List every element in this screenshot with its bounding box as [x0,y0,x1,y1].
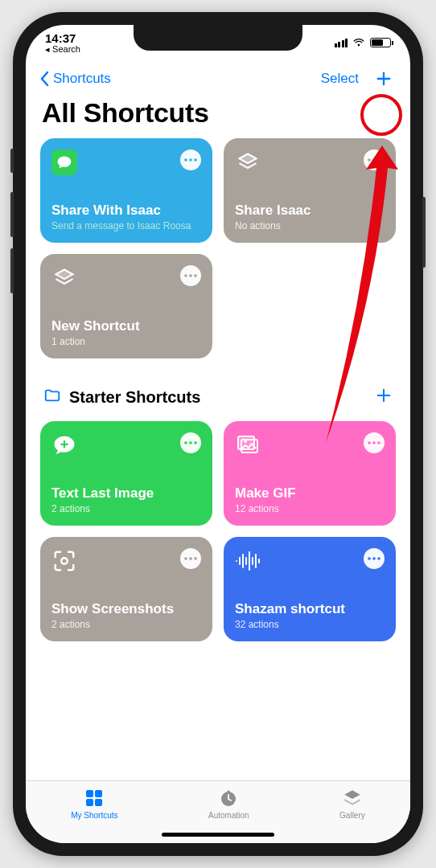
card-title: New Shortcut [51,318,201,334]
svg-point-18 [61,558,68,564]
folder-title-row[interactable]: Starter Shortcuts [43,387,200,408]
ellipsis-icon [368,557,380,560]
tab-label: Automation [208,811,249,820]
folder-header: Starter Shortcuts [40,378,396,421]
svg-point-11 [194,441,197,444]
card-menu-button[interactable] [180,265,201,286]
svg-point-19 [184,557,187,560]
tab-my-shortcuts[interactable]: My Shortcuts [71,788,117,820]
card-menu-button[interactable] [180,432,201,453]
svg-rect-27 [86,799,93,806]
tab-label: My Shortcuts [71,811,117,820]
card-subtitle: No actions [235,220,385,231]
wifi-icon [352,35,365,51]
svg-point-17 [377,441,380,444]
phone-frame: 14:37 ◂ Search Shortcuts Select [13,12,423,856]
svg-point-8 [194,274,197,277]
svg-rect-26 [95,790,102,797]
waveform-icon [235,548,261,574]
content-scroll[interactable]: Share With Isaac Send a message to Isaac… [26,138,410,780]
ellipsis-icon [368,441,380,444]
plus-icon [375,387,393,404]
card-subtitle: 32 actions [235,619,385,630]
add-button[interactable] [372,67,396,91]
shortcut-card[interactable]: Text Last Image 2 actions [40,421,212,526]
card-title: Make GIF [235,485,385,502]
tab-gallery[interactable]: Gallery [339,788,365,820]
ellipsis-icon [184,158,197,162]
card-menu-button[interactable] [364,432,385,453]
viewfinder-icon [51,548,77,574]
card-title: Text Last Image [51,485,201,502]
svg-point-9 [184,441,187,444]
cellular-icon [335,39,348,47]
card-title: Share Isaac [235,203,385,219]
svg-rect-13 [238,436,254,449]
tab-automation[interactable]: Automation [208,788,249,820]
card-subtitle: 2 actions [51,503,201,514]
card-title: Show Screenshots [51,601,201,617]
ellipsis-icon [184,274,197,277]
screen: 14:37 ◂ Search Shortcuts Select [26,25,410,843]
card-menu-button[interactable] [364,548,385,569]
svg-point-14 [244,440,247,443]
card-subtitle: 2 actions [51,619,201,630]
shortcut-card[interactable]: Share Isaac No actions [224,138,396,243]
svg-point-15 [368,441,371,444]
svg-point-1 [189,158,192,162]
svg-point-10 [189,441,192,444]
shortcut-card[interactable]: Shazam shortcut 32 actions [224,537,396,641]
svg-point-16 [372,441,376,444]
svg-point-24 [377,557,380,560]
svg-point-22 [368,557,371,560]
back-to-search[interactable]: ◂ Search [45,44,80,55]
card-title: Shazam shortcut [235,601,385,617]
back-button[interactable]: Shortcuts [40,71,111,87]
battery-icon [370,38,391,47]
gallery-icon [342,788,363,809]
svg-point-0 [184,158,187,162]
svg-point-4 [372,158,376,162]
select-button[interactable]: Select [321,71,359,87]
shortcut-card[interactable]: Show Screenshots 2 actions [40,537,212,641]
shortcuts-icon [51,265,77,291]
message-plus-icon [51,432,77,458]
page-title: All Shortcuts [26,94,410,138]
shortcut-card[interactable]: Share With Isaac Send a message to Isaac… [40,138,212,243]
chevron-left-icon [40,71,50,87]
folder-add-button[interactable] [375,384,393,410]
shortcuts-icon [235,149,261,175]
svg-point-3 [368,158,371,162]
clock-icon [218,788,239,809]
messages-icon [51,149,77,175]
card-subtitle: 12 actions [235,503,385,514]
folder-name: Starter Shortcuts [69,388,200,407]
photos-icon [235,432,261,458]
card-title: Share With Isaac [51,203,201,219]
ellipsis-icon [184,557,197,560]
svg-point-23 [372,557,376,560]
grid-icon [84,788,105,809]
card-menu-button[interactable] [364,149,385,170]
folder-grid: Text Last Image 2 actions Make GIF 12 ac… [40,421,396,641]
tab-label: Gallery [339,811,365,820]
home-indicator[interactable] [162,833,274,837]
shortcuts-grid: Share With Isaac Send a message to Isaac… [40,138,396,358]
status-time: 14:37 [45,31,80,45]
svg-rect-28 [95,799,102,806]
card-menu-button[interactable] [180,548,201,569]
svg-point-5 [377,158,380,162]
ellipsis-icon [368,158,380,162]
svg-rect-25 [86,790,93,797]
nav-bar: Shortcuts Select [26,60,410,94]
ellipsis-icon [184,441,197,444]
folder-icon [43,387,61,408]
svg-point-21 [194,557,197,560]
shortcut-card[interactable]: New Shortcut 1 action [40,254,212,358]
shortcut-card[interactable]: Make GIF 12 actions [224,421,396,526]
plus-icon [375,70,393,88]
notch [134,25,302,51]
card-menu-button[interactable] [180,149,201,170]
card-subtitle: 1 action [51,336,201,347]
back-label: Shortcuts [53,71,111,87]
